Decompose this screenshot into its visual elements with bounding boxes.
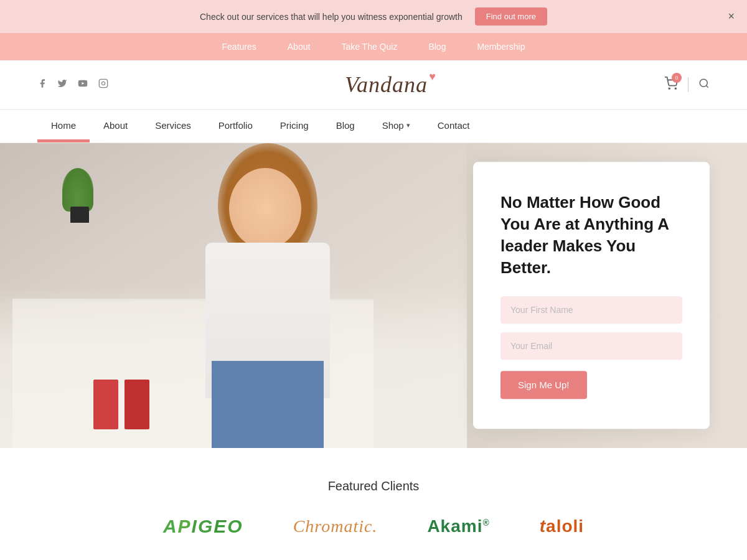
hero-section: No Matter How Good You Are at Anything A…: [0, 143, 747, 448]
nav-pricing[interactable]: Pricing: [266, 110, 322, 142]
svg-point-4: [675, 88, 676, 89]
site-logo[interactable]: Vandana ♥: [345, 72, 428, 98]
nav-shop[interactable]: Shop ▾: [369, 110, 424, 142]
svg-point-5: [700, 79, 707, 86]
hero-card: No Matter How Good You Are at Anything A…: [473, 162, 710, 429]
top-nav-about[interactable]: About: [288, 42, 311, 52]
nav-contact[interactable]: Contact: [424, 110, 484, 142]
cart-badge: 0: [672, 73, 682, 83]
main-nav: Home About Services Portfolio Pricing Bl…: [0, 110, 747, 143]
find-out-button[interactable]: Find out more: [475, 7, 547, 26]
cart-icon[interactable]: 0: [664, 77, 678, 93]
search-button[interactable]: [698, 78, 710, 92]
facebook-icon[interactable]: [37, 78, 47, 91]
instagram-icon[interactable]: [98, 78, 108, 91]
site-header: Vandana ♥ 0: [0, 60, 747, 110]
svg-line-6: [706, 85, 708, 87]
clients-row: APIGEO Chromatic. Akami® taloli: [37, 516, 710, 537]
nav-portfolio[interactable]: Portfolio: [205, 110, 266, 142]
top-nav: Features About Take The Quiz Blog Member…: [0, 33, 747, 60]
top-nav-blog[interactable]: Blog: [428, 42, 446, 52]
client-logo-apigeo: APIGEO: [163, 516, 243, 537]
sign-me-up-button[interactable]: Sign Me Up!: [500, 371, 587, 399]
social-icons: [37, 78, 108, 91]
header-divider: [688, 77, 688, 92]
top-banner: Check out our services that will help yo…: [0, 0, 747, 33]
top-nav-quiz[interactable]: Take The Quiz: [341, 42, 397, 52]
logo-heart-icon: ♥: [429, 70, 436, 83]
top-nav-membership[interactable]: Membership: [477, 42, 525, 52]
shop-dropdown-icon: ▾: [406, 121, 410, 129]
nav-home[interactable]: Home: [37, 110, 90, 142]
svg-rect-1: [99, 79, 107, 87]
hero-heading: No Matter How Good You Are at Anything A…: [500, 192, 682, 279]
svg-point-3: [669, 88, 670, 89]
nav-about[interactable]: About: [90, 110, 141, 142]
first-name-input[interactable]: [500, 297, 682, 324]
featured-clients-section: Featured Clients APIGEO Chromatic. Akami…: [0, 448, 747, 560]
hero-image: [0, 143, 467, 448]
client-logo-akami: Akami®: [427, 516, 489, 536]
nav-services[interactable]: Services: [141, 110, 205, 142]
twitter-icon[interactable]: [57, 78, 67, 91]
client-logo-taloli: taloli: [540, 516, 584, 536]
banner-text: Check out our services that will help yo…: [200, 12, 463, 22]
header-right: 0: [664, 77, 710, 93]
email-input[interactable]: [500, 333, 682, 360]
featured-clients-title: Featured Clients: [37, 479, 710, 493]
nav-blog[interactable]: Blog: [322, 110, 369, 142]
top-nav-features[interactable]: Features: [222, 42, 256, 52]
client-logo-chromatic: Chromatic.: [293, 516, 378, 536]
youtube-icon[interactable]: [77, 78, 88, 91]
banner-close-button[interactable]: ×: [728, 10, 735, 23]
